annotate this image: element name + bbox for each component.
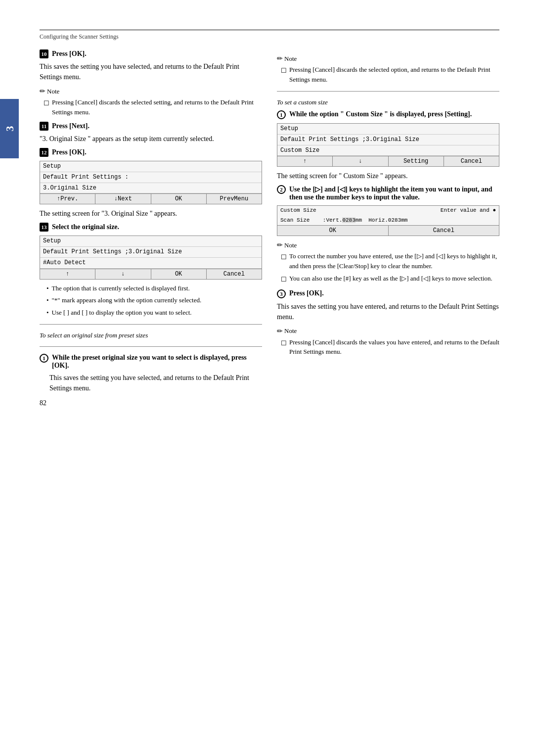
preset-step-1-heading: 1 While the preset original size you wan… bbox=[40, 354, 262, 370]
custom-step-2-note-label: Note bbox=[284, 241, 297, 249]
step-13-heading: 13 Select the original size. bbox=[40, 223, 262, 232]
checkbox-icon-3: ☐ bbox=[281, 252, 287, 271]
step-11-body: "3. Original Size " appears as the setup… bbox=[40, 134, 262, 144]
custom-step-2-heading: 2 Use the [▷] and [◁] keys to highlight … bbox=[277, 185, 499, 201]
chapter-tab: 3 bbox=[0, 99, 19, 158]
custom-step-3-note: ✏ Note ☐ Pressing [Cancel] discards the … bbox=[277, 327, 499, 357]
note-pencil-icon-4: ✏ bbox=[277, 327, 283, 335]
left-column: 10 Press [OK]. This saves the setting yo… bbox=[40, 49, 262, 397]
note-pencil-icon: ✏ bbox=[40, 87, 45, 95]
step-13-label: Select the original size. bbox=[52, 223, 119, 231]
custom-step-3-body: This saves the setting you have entered,… bbox=[277, 301, 499, 322]
custom-step-3-heading: 3 Press [OK]. bbox=[277, 289, 499, 298]
step-10-note-item-1: ☐ Pressing [Cancel] discards the selecte… bbox=[44, 97, 262, 117]
right-top-note: ✏ Note ☐ Pressing [Cancel] discards the … bbox=[277, 54, 499, 84]
preset-step-1-circle: 1 bbox=[40, 354, 48, 363]
checkbox-icon-4: ☐ bbox=[281, 275, 287, 284]
step-12-body: The setting screen for "3. Original Size… bbox=[40, 208, 262, 219]
custom-step-2-circle: 2 bbox=[277, 185, 286, 194]
custom-step-1-body: The setting screen for " Custom Size " a… bbox=[277, 171, 499, 181]
step-12-lcd: Setup Default Print Settings : 3.Origina… bbox=[40, 161, 262, 204]
custom-step-1-circle: 1 bbox=[277, 110, 286, 119]
checkbox-icon-5: ☐ bbox=[281, 338, 287, 357]
step-11-num: 11 bbox=[40, 122, 48, 131]
divider-preset bbox=[40, 324, 262, 325]
step-12-label: Press [OK]. bbox=[52, 148, 87, 156]
step-10-heading: 10 Press [OK]. bbox=[40, 49, 262, 58]
step-13-lcd: Setup Default Print Settings ;3.Original… bbox=[40, 236, 262, 279]
step-10-body: This saves the setting you have selected… bbox=[40, 61, 262, 82]
custom-step-3-circle: 3 bbox=[277, 289, 286, 298]
step-10-label: Press [OK]. bbox=[52, 50, 87, 58]
step-13-bullets: • The option that is currently selected … bbox=[46, 284, 262, 318]
right-note-label: Note bbox=[284, 55, 297, 63]
custom-step-2-lcd: Custom Size Enter value and ● Scan Size … bbox=[277, 205, 499, 236]
custom-step-3-note-label: Note bbox=[284, 327, 297, 335]
divider-preset-bottom bbox=[40, 346, 262, 347]
custom-section-label: To set a custom size bbox=[277, 98, 499, 106]
step-10-note-label: Note bbox=[47, 88, 59, 95]
checkbox-icon: ☐ bbox=[44, 98, 49, 117]
step-10-note: ✏ Note ☐ Pressing [Cancel] discards the … bbox=[40, 87, 262, 117]
step-13-num: 13 bbox=[40, 223, 48, 232]
step-12-num: 12 bbox=[40, 148, 48, 157]
step-11-label: Press [Next]. bbox=[52, 122, 89, 130]
right-column: ✏ Note ☐ Pressing [Cancel] discards the … bbox=[277, 49, 499, 397]
step-10-num: 10 bbox=[40, 49, 48, 58]
page-number: 82 bbox=[40, 399, 46, 407]
breadcrumb: Configuring the Scanner Settings bbox=[40, 30, 499, 41]
step-12-heading: 12 Press [OK]. bbox=[40, 148, 262, 157]
note-pencil-icon-2: ✏ bbox=[277, 54, 283, 63]
custom-step-1-heading: 1 While the option " Custom Size " is di… bbox=[277, 110, 499, 119]
right-note-item-1: ☐ Pressing [Cancel] discards the selecte… bbox=[281, 65, 499, 84]
step-11-heading: 11 Press [Next]. bbox=[40, 122, 262, 131]
chapter-number: 3 bbox=[3, 126, 16, 132]
preset-step-1-body: This saves the setting you have selected… bbox=[49, 373, 262, 393]
divider-custom bbox=[277, 91, 499, 92]
preset-section-label: To select an original size from preset s… bbox=[40, 331, 262, 339]
custom-step-2-note: ✏ Note ☐ To correct the number you have … bbox=[277, 241, 499, 284]
note-pencil-icon-3: ✏ bbox=[277, 241, 283, 249]
custom-step-1-lcd: Setup Default Print Settings ;3.Original… bbox=[277, 123, 499, 167]
checkbox-icon-2: ☐ bbox=[281, 66, 287, 84]
